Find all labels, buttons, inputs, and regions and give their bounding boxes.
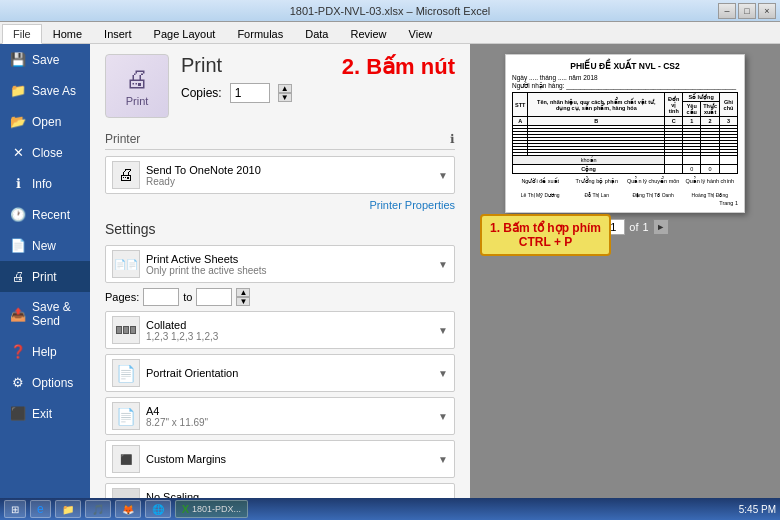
preview-panel: 1. Bấm tổ hợp phím CTRL + P PHIẾU ĐỀ XUẤ…: [470, 44, 780, 498]
copies-label: Copies:: [181, 86, 222, 100]
margins-icon: ⬛: [112, 445, 140, 473]
minimize-button[interactable]: –: [718, 3, 736, 19]
ribbon-tab-page layout[interactable]: Page Layout: [143, 24, 227, 44]
close-button[interactable]: ×: [758, 3, 776, 19]
ribbon-tab-review[interactable]: Review: [339, 24, 397, 44]
sidebar: 💾Save📁Save As📂Open✕CloseℹInfo🕐Recent📄New…: [0, 44, 90, 498]
media-icon: 🎵: [92, 504, 104, 515]
sidebar-icon: 🖨: [10, 269, 26, 284]
sidebar-item-close[interactable]: ✕Close: [0, 137, 90, 168]
active-sheets-chevron-icon[interactable]: ▼: [438, 259, 448, 270]
printer-status: Ready: [146, 176, 432, 187]
sidebar-item-open[interactable]: 📂Open: [0, 106, 90, 137]
col-a: A: [513, 117, 528, 126]
sidebar-item-new[interactable]: 📄New: [0, 230, 90, 261]
printer-device-icon: 🖨: [112, 161, 140, 189]
ribbon-tab-view[interactable]: View: [398, 24, 444, 44]
sidebar-label: Save As: [32, 84, 76, 98]
sidebar-item-options[interactable]: ⚙Options: [0, 367, 90, 398]
sidebar-item-exit[interactable]: ⬛Exit: [0, 398, 90, 429]
sidebar-item-help[interactable]: ❓Help: [0, 336, 90, 367]
margins-dropdown[interactable]: ⬛ Custom Margins ▼: [105, 440, 455, 478]
firefox-icon: 🦊: [122, 504, 134, 515]
orientation-icon: 📄: [112, 359, 140, 387]
ribbon-tabs: FileHomeInsertPage LayoutFormulasDataRev…: [0, 22, 780, 44]
col-3: 3: [720, 117, 738, 126]
print-what-dropdown[interactable]: 📄📄 Print Active Sheets Only print the ac…: [105, 245, 455, 283]
sidebar-icon: 📄: [10, 238, 26, 253]
collated-seq: 1,2,3 1,2,3 1,2,3: [146, 331, 432, 342]
doc-person-row: Người nhận hàng: _______________________…: [512, 82, 738, 90]
copies-up-button[interactable]: ▲: [278, 84, 292, 93]
sidebar-label: Options: [32, 376, 73, 390]
col-yeucau-header: Yêu cầu: [683, 102, 701, 117]
ie-button[interactable]: e: [30, 500, 51, 518]
pages-label: Pages:: [105, 291, 139, 303]
paper-size-label: A4: [146, 405, 432, 417]
col-stt-header: STT: [513, 93, 528, 117]
paper-size-dropdown[interactable]: 📄 A4 8.27" x 11.69" ▼: [105, 397, 455, 435]
printer-dropdown[interactable]: 🖨 Send To OneNote 2010 Ready ▼: [105, 156, 455, 194]
print-button-label: Print: [126, 95, 149, 107]
printer-properties-link[interactable]: Printer Properties: [105, 199, 455, 211]
printer-chevron-icon[interactable]: ▼: [438, 170, 448, 181]
pages-from-input[interactable]: [143, 288, 179, 306]
sidebar-item-info[interactable]: ℹInfo: [0, 168, 90, 199]
chrome-button[interactable]: 🌐: [145, 500, 171, 518]
pages-to-input[interactable]: [196, 288, 232, 306]
window-title: 1801-PDX-NVL-03.xlsx – Microsoft Excel: [290, 5, 491, 17]
pages-down-button[interactable]: ▼: [236, 297, 250, 306]
orientation-chevron-icon[interactable]: ▼: [438, 368, 448, 379]
taskbar-clock: 5:45 PM: [739, 504, 776, 515]
ie-icon: e: [37, 502, 44, 516]
scaling-chevron-icon[interactable]: ▼: [438, 497, 448, 499]
doc-page-num: Trang 1: [512, 200, 738, 206]
sidebar-item-save-as[interactable]: 📁Save As: [0, 75, 90, 106]
collated-dropdown[interactable]: Collated 1,2,3 1,2,3 1,2,3 ▼: [105, 311, 455, 349]
copies-input[interactable]: [230, 83, 270, 103]
excel-taskbar-button[interactable]: X 1801-PDX...: [175, 500, 248, 518]
margins-chevron-icon[interactable]: ▼: [438, 454, 448, 465]
media-button[interactable]: 🎵: [85, 500, 111, 518]
sidebar-label: Close: [32, 146, 63, 160]
print-button[interactable]: 🖨 Print: [105, 54, 169, 118]
scaling-dropdown[interactable]: 100 No Scaling Print sheets at their act…: [105, 483, 455, 498]
sidebar-item-save-and-send[interactable]: 📤Save & Send: [0, 292, 90, 336]
sidebar-icon: ✕: [10, 145, 26, 160]
start-button[interactable]: ⊞: [4, 500, 26, 518]
explorer-button[interactable]: 📁: [55, 500, 81, 518]
col-ten-header: Tên, nhãn hiệu, quy cách, phẩm chất vật …: [528, 93, 665, 117]
next-page-button[interactable]: ►: [653, 219, 669, 235]
pages-up-button[interactable]: ▲: [236, 288, 250, 297]
ribbon-tab-formulas[interactable]: Formulas: [226, 24, 294, 44]
paper-size-chevron-icon[interactable]: ▼: [438, 411, 448, 422]
col-soluong-header: Số lượng: [683, 93, 720, 102]
sidebar-item-recent[interactable]: 🕐Recent: [0, 199, 90, 230]
col-1: 1: [683, 117, 701, 126]
col-dvt-header: Đơn vị tính: [665, 93, 683, 117]
sidebar-icon: ❓: [10, 344, 26, 359]
sidebar-label: Save & Send: [32, 300, 80, 328]
sidebar-label: Open: [32, 115, 61, 129]
margins-label: Custom Margins: [146, 453, 432, 465]
collated-chevron-icon[interactable]: ▼: [438, 325, 448, 336]
firefox-button[interactable]: 🦊: [115, 500, 141, 518]
printer-icon: 🖨: [125, 65, 149, 93]
preview-sheet: PHIẾU ĐỀ XUẤT NVL - CS2 Ngày ..... tháng…: [505, 54, 745, 213]
orientation-dropdown[interactable]: 📄 Portrait Orientation ▼: [105, 354, 455, 392]
paper-size-icon: 📄: [112, 402, 140, 430]
ribbon-tab-home[interactable]: Home: [42, 24, 93, 44]
col-c: C: [665, 117, 683, 126]
callout-1: 1. Bấm tổ hợp phím CTRL + P: [480, 214, 611, 256]
copies-down-button[interactable]: ▼: [278, 93, 292, 102]
active-sheets-icon: 📄📄: [112, 250, 140, 278]
printer-info-icon: ℹ: [450, 132, 455, 146]
sidebar-label: Recent: [32, 208, 70, 222]
ribbon-tab-file[interactable]: File: [2, 24, 42, 44]
sidebar-icon: ⚙: [10, 375, 26, 390]
maximize-button[interactable]: □: [738, 3, 756, 19]
sidebar-item-print[interactable]: 🖨Print: [0, 261, 90, 292]
ribbon-tab-insert[interactable]: Insert: [93, 24, 143, 44]
ribbon-tab-data[interactable]: Data: [294, 24, 339, 44]
sidebar-item-save[interactable]: 💾Save: [0, 44, 90, 75]
